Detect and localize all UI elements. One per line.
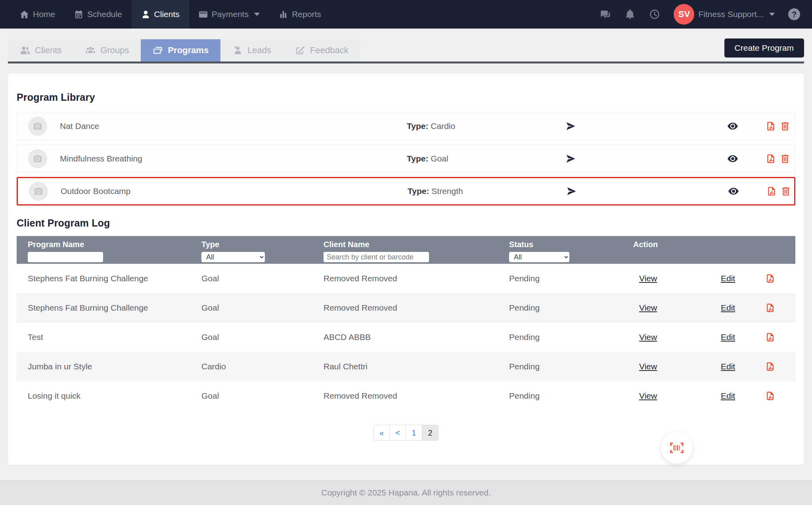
send-program-button[interactable] <box>565 121 576 132</box>
nav-item-label: Home <box>33 10 55 19</box>
barcode-scan-fab[interactable] <box>661 432 693 464</box>
column-header-action: Action <box>633 240 658 249</box>
main-content-card: Program Library Nat Dance Type: Cardio M… <box>8 73 804 465</box>
send-program-button[interactable] <box>565 153 576 164</box>
tab-bar-zone: Clients Groups Programs Leads Feedback C… <box>0 29 812 73</box>
view-program-button[interactable] <box>727 120 739 132</box>
avatar: SV <box>674 4 694 25</box>
edit-link[interactable]: Edit <box>721 391 735 401</box>
cell-type: Cardio <box>201 362 226 371</box>
cell-status: Pending <box>509 332 540 342</box>
program-name: Nat Dance <box>60 121 99 131</box>
view-program-button[interactable] <box>727 153 739 165</box>
cell-client: Removed Removed <box>324 303 397 313</box>
tab-groups[interactable]: Groups <box>73 39 141 61</box>
column-header-type: Type <box>201 240 219 249</box>
help-icon[interactable]: ? <box>788 8 800 20</box>
cell-status: Pending <box>509 303 540 313</box>
view-link[interactable]: View <box>639 362 657 371</box>
program-name-filter-input[interactable] <box>28 252 103 262</box>
pdf-file-icon <box>765 362 775 372</box>
row-pdf-button[interactable] <box>765 362 775 372</box>
clock-icon[interactable] <box>649 9 660 20</box>
pagination-prev-button[interactable]: < <box>390 425 406 441</box>
type-value: Goal <box>431 154 448 163</box>
bell-icon[interactable] <box>624 9 636 20</box>
pdf-download-button[interactable] <box>766 121 776 131</box>
cell-program: Stephens Fat Burning Challenge <box>28 274 148 283</box>
nav-item-clients[interactable]: Clients <box>132 0 189 29</box>
cell-status: Pending <box>509 274 540 283</box>
tab-feedback[interactable]: Feedback <box>283 39 360 61</box>
nav-right-controls: SV Fitness Support... ? <box>600 0 812 29</box>
cell-client: Removed Removed <box>324 391 397 401</box>
cell-type: Goal <box>201 332 219 342</box>
edit-link[interactable]: Edit <box>721 362 735 371</box>
tab-bar: Clients Groups Programs Leads Feedback <box>8 39 360 61</box>
credit-card-icon <box>199 10 208 19</box>
pagination-page-1[interactable]: 1 <box>406 425 422 441</box>
row-pdf-button[interactable] <box>765 303 775 313</box>
send-program-button[interactable] <box>566 186 577 197</box>
column-header-status: Status <box>509 240 533 249</box>
view-link[interactable]: View <box>639 332 657 342</box>
cell-status: Pending <box>509 362 540 371</box>
tab-leads[interactable]: Leads <box>220 39 283 61</box>
nav-item-payments[interactable]: Payments <box>189 0 269 29</box>
nav-item-home[interactable]: Home <box>10 0 65 29</box>
delete-program-button[interactable] <box>780 154 790 164</box>
home-icon <box>20 10 29 19</box>
client-program-log-table: Program Name Type Client Name Status Act… <box>17 236 795 411</box>
cell-program: Stephens Fat Burning Challenge <box>28 303 148 313</box>
delete-program-button[interactable] <box>780 121 790 131</box>
pdf-download-button[interactable] <box>766 154 776 164</box>
edit-link[interactable]: Edit <box>721 332 735 342</box>
view-link[interactable]: View <box>639 391 657 401</box>
cell-client: Raul Chettri <box>324 362 368 371</box>
type-label: Type: <box>407 121 428 131</box>
tab-programs[interactable]: Programs <box>141 39 220 61</box>
client-search-input[interactable] <box>324 252 429 262</box>
cell-client: Removed Removed <box>324 274 397 283</box>
row-pdf-button[interactable] <box>765 332 775 342</box>
pagination-page-2-active[interactable]: 2 <box>422 425 439 441</box>
view-link[interactable]: View <box>639 303 657 313</box>
nav-item-reports[interactable]: Reports <box>269 0 331 29</box>
table-row: Jumba in ur Style Cardio Raul Chettri Pe… <box>17 352 795 381</box>
pdf-file-icon <box>766 121 776 131</box>
view-program-button[interactable] <box>728 185 739 197</box>
edit-link[interactable]: Edit <box>721 274 735 283</box>
status-filter-select[interactable]: All <box>509 252 569 262</box>
tab-label: Groups <box>100 45 129 56</box>
row-pdf-button[interactable] <box>765 274 775 284</box>
user-name-label: Fitness Support... <box>698 10 764 19</box>
column-header-client-name: Client Name <box>324 240 370 249</box>
paper-plane-icon <box>565 121 576 132</box>
note-edit-icon <box>295 45 305 56</box>
type-filter-select[interactable]: All <box>201 252 265 262</box>
pagination-first-button[interactable]: « <box>373 425 390 441</box>
cell-type: Goal <box>201 303 219 313</box>
program-type: Type: Cardio <box>407 121 455 131</box>
user-menu[interactable]: SV Fitness Support... <box>674 4 775 25</box>
create-program-button[interactable]: Create Program <box>724 38 804 58</box>
view-link[interactable]: View <box>639 274 657 283</box>
row-pdf-button[interactable] <box>765 391 775 401</box>
tab-underline <box>8 61 804 63</box>
nav-item-schedule[interactable]: Schedule <box>65 0 132 29</box>
program-image-placeholder <box>28 117 47 136</box>
tab-label: Leads <box>247 45 271 56</box>
table-row: Test Goal ABCD ABBB Pending View Edit <box>17 323 795 352</box>
camera-icon <box>33 154 42 163</box>
person-icon <box>141 10 150 19</box>
pdf-download-button[interactable] <box>766 186 777 196</box>
edit-link[interactable]: Edit <box>721 303 735 313</box>
tab-label: Feedback <box>310 45 349 56</box>
program-name: Outdoor Bootcamp <box>61 186 130 196</box>
table-row: Stephens Fat Burning Challenge Goal Remo… <box>17 264 795 293</box>
chat-icon[interactable] <box>600 9 611 20</box>
delete-program-button[interactable] <box>781 186 791 196</box>
tab-clients[interactable]: Clients <box>8 39 73 61</box>
program-type: Type: Strength <box>408 186 463 196</box>
camera-icon <box>34 186 43 196</box>
